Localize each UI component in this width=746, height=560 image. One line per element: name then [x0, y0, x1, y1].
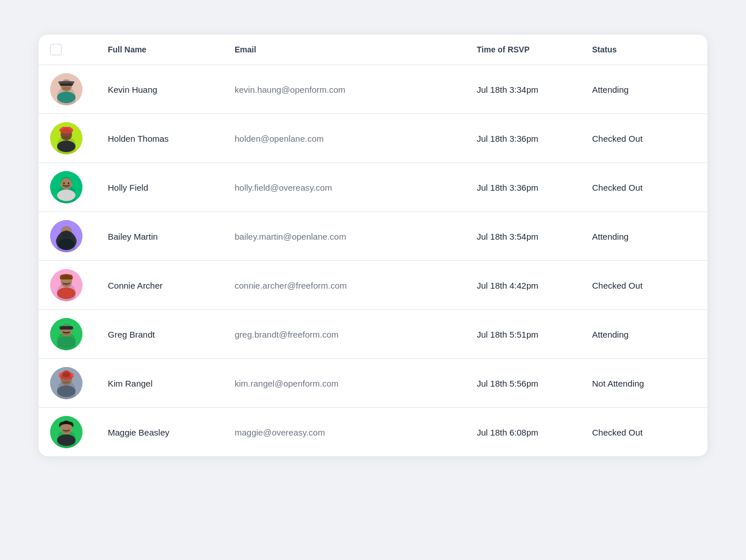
cell-name: Holden Thomas [108, 134, 235, 143]
avatar-cell [50, 318, 108, 350]
table-row[interactable]: Greg Brandt greg.brandt@freeform.com Jul… [39, 310, 707, 359]
svg-point-18 [50, 269, 82, 301]
svg-point-6 [61, 129, 72, 141]
svg-point-22 [61, 325, 72, 336]
cell-time: Jul 18th 6:08pm [477, 427, 592, 437]
avatar [50, 416, 82, 448]
svg-point-20 [57, 287, 76, 299]
cell-time: Jul 18th 3:54pm [477, 232, 592, 241]
table-row[interactable]: Bailey Martin bailey.martin@openlane.com… [39, 212, 707, 261]
cell-email: bailey.martin@openlane.com [235, 232, 477, 241]
svg-point-16 [61, 226, 71, 237]
avatar-cell [50, 416, 108, 448]
cell-name: Greg Brandt [108, 330, 235, 339]
svg-point-24 [57, 336, 76, 348]
table-row[interactable]: Kevin Huang kevin.haung@openform.com Jul… [39, 65, 707, 114]
svg-rect-8 [62, 127, 71, 133]
table-body: Kevin Huang kevin.haung@openform.com Jul… [39, 65, 707, 456]
avatar-cell [50, 367, 108, 399]
cell-name: Holly Field [108, 183, 235, 192]
svg-point-10 [50, 171, 82, 203]
table-row[interactable]: Holly Field holly.field@overeasy.com Jul… [39, 163, 707, 212]
table-row[interactable]: Connie Archer connie.archer@freeform.com… [39, 261, 707, 310]
avatar-cell [50, 73, 108, 105]
svg-point-21 [50, 318, 82, 350]
svg-point-11 [61, 178, 72, 190]
svg-point-12 [57, 190, 76, 201]
svg-point-7 [59, 127, 73, 134]
svg-point-9 [57, 141, 76, 152]
header-status: Status [592, 45, 696, 54]
cell-name: Maggie Beasley [108, 427, 235, 437]
svg-point-14 [68, 183, 70, 184]
cell-name: Kevin Huang [108, 85, 235, 94]
select-all-checkbox[interactable] [50, 44, 62, 55]
cell-email: connie.archer@freeform.com [235, 281, 477, 290]
attendees-table: Full Name Email Time of RSVP Status Kevi… [39, 35, 707, 456]
svg-point-17 [58, 239, 74, 250]
cell-status: Not Attending [592, 379, 696, 388]
header-name: Full Name [108, 45, 235, 54]
svg-point-26 [61, 374, 72, 385]
avatar-cell [50, 220, 108, 252]
cell-status: Attending [592, 232, 696, 241]
header-time: Time of RSVP [477, 45, 592, 54]
svg-point-0 [50, 73, 82, 105]
svg-rect-3 [58, 81, 74, 84]
avatar [50, 220, 82, 252]
cell-status: Checked Out [592, 427, 696, 437]
svg-point-4 [57, 92, 76, 103]
avatar [50, 367, 82, 399]
cell-status: Checked Out [592, 134, 696, 143]
svg-point-31 [61, 423, 72, 434]
cell-time: Jul 18th 4:42pm [477, 281, 592, 290]
cell-time: Jul 18th 3:34pm [477, 85, 592, 94]
cell-email: greg.brandt@freeform.com [235, 330, 477, 339]
cell-time: Jul 18th 3:36pm [477, 134, 592, 143]
cell-email: holden@openlane.com [235, 134, 477, 143]
avatar [50, 171, 82, 203]
avatar [50, 73, 82, 105]
cell-name: Bailey Martin [108, 232, 235, 241]
table-row[interactable]: Holden Thomas holden@openlane.com Jul 18… [39, 114, 707, 163]
cell-email: maggie@overeasy.com [235, 427, 477, 437]
table-row[interactable]: Kim Rangel kim.rangel@openform.com Jul 1… [39, 359, 707, 408]
svg-point-32 [57, 434, 76, 446]
svg-point-15 [50, 220, 82, 252]
cell-name: Connie Archer [108, 281, 235, 290]
svg-rect-2 [59, 81, 73, 86]
cell-status: Attending [592, 330, 696, 339]
svg-point-1 [61, 80, 72, 92]
cell-time: Jul 18th 3:36pm [477, 183, 592, 192]
cell-email: kim.rangel@openform.com [235, 379, 477, 388]
avatar-cell [50, 269, 108, 301]
cell-time: Jul 18th 5:51pm [477, 330, 592, 339]
cell-name: Kim Rangel [108, 379, 235, 388]
svg-rect-23 [59, 326, 73, 330]
svg-point-19 [61, 276, 72, 287]
cell-status: Attending [592, 85, 696, 94]
table-header: Full Name Email Time of RSVP Status [39, 35, 707, 65]
cell-time: Jul 18th 5:56pm [477, 379, 592, 388]
svg-point-29 [57, 385, 76, 397]
svg-point-28 [62, 370, 70, 377]
svg-point-27 [59, 372, 74, 380]
avatar-cell [50, 122, 108, 154]
avatar [50, 318, 82, 350]
cell-status: Checked Out [592, 183, 696, 192]
avatar-cell [50, 171, 108, 203]
cell-status: Checked Out [592, 281, 696, 290]
table-row[interactable]: Maggie Beasley maggie@overeasy.com Jul 1… [39, 408, 707, 456]
avatar [50, 122, 82, 154]
cell-email: holly.field@overeasy.com [235, 183, 477, 192]
header-email: Email [235, 45, 477, 54]
cell-email: kevin.haung@openform.com [235, 85, 477, 94]
select-all-cell[interactable] [50, 44, 108, 55]
svg-point-13 [63, 183, 65, 184]
avatar [50, 269, 82, 301]
